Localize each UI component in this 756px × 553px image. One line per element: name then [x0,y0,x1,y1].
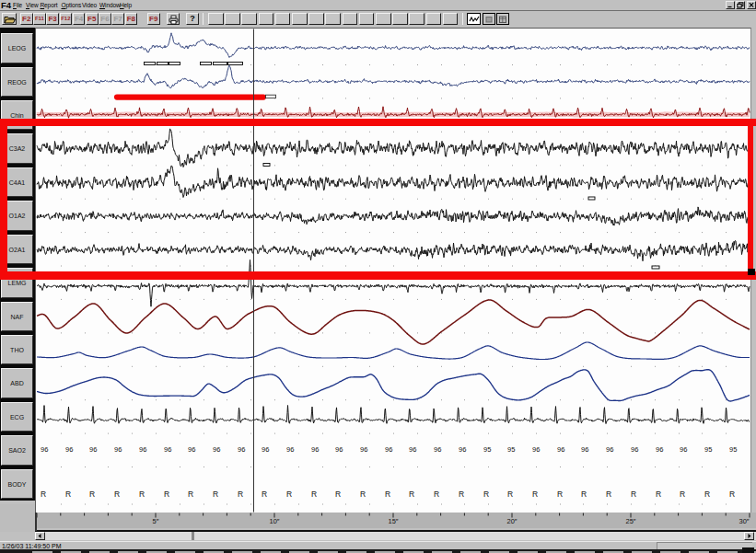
svg-text:96: 96 [656,445,663,454]
svg-text:96: 96 [262,445,269,454]
svg-text:R: R [286,490,292,499]
svg-text:96: 96 [65,445,73,454]
svg-text:25″: 25″ [626,517,636,525]
svg-text:96: 96 [532,445,540,454]
svg-text:R: R [532,490,538,499]
svg-text:R: R [656,490,661,499]
svg-text:R: R [139,490,145,499]
svg-text:95: 95 [704,445,712,454]
svg-text:96: 96 [459,445,466,454]
svg-text:95: 95 [483,445,491,454]
svg-text:96: 96 [41,445,48,454]
svg-text:R: R [262,490,267,499]
svg-text:96: 96 [606,445,613,454]
svg-text:10″: 10″ [270,517,280,525]
svg-text:R: R [164,490,169,499]
svg-text:20″: 20″ [507,517,518,525]
svg-text:96: 96 [557,445,564,454]
svg-text:R: R [680,490,685,499]
svg-text:96: 96 [238,445,245,454]
svg-text:96: 96 [434,445,441,454]
svg-text:R: R [213,490,218,499]
svg-text:96: 96 [139,445,146,454]
svg-text:R: R [188,490,193,499]
svg-text:96: 96 [360,445,367,454]
svg-text:R: R [581,490,587,499]
svg-text:96: 96 [409,445,416,454]
svg-text:96: 96 [385,445,392,454]
svg-text:96: 96 [286,445,294,454]
svg-text:R: R [89,490,95,499]
svg-text:R: R [704,490,710,499]
svg-text:R: R [360,490,366,499]
svg-text:95: 95 [729,445,737,454]
svg-text:R: R [65,490,71,499]
svg-text:96: 96 [213,445,220,454]
svg-text:R: R [41,490,46,499]
svg-text:R: R [238,490,243,499]
svg-text:R: R [335,490,341,499]
svg-text:R: R [606,490,611,499]
svg-text:R: R [729,490,735,499]
svg-text:R: R [114,490,120,499]
svg-text:30″: 30″ [739,517,750,525]
svg-text:R: R [434,490,439,499]
svg-text:95: 95 [507,445,515,454]
svg-text:R: R [557,490,563,499]
svg-text:96: 96 [188,445,195,454]
svg-text:96: 96 [680,445,687,454]
svg-text:96: 96 [311,445,319,454]
svg-text:R: R [385,490,390,499]
svg-text:R: R [459,490,464,499]
svg-text:96: 96 [164,445,171,454]
svg-text:96: 96 [631,445,638,454]
svg-text:96: 96 [335,445,343,454]
svg-text:96: 96 [89,445,97,454]
svg-text:R: R [483,490,489,499]
svg-text:96: 96 [114,445,122,454]
svg-text:96: 96 [581,445,588,454]
svg-text:R: R [311,490,317,499]
svg-text:5″: 5″ [153,517,159,525]
svg-text:R: R [507,490,513,499]
svg-text:R: R [409,490,414,499]
svg-text:15″: 15″ [389,517,399,525]
svg-text:R: R [631,490,636,499]
